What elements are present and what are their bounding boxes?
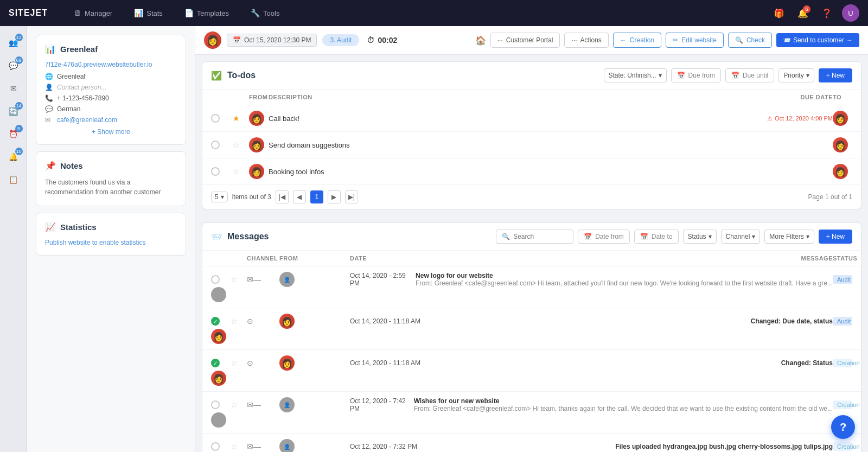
due-from-filter[interactable]: 📅 Due from (671, 68, 721, 82)
nav-manager[interactable]: 🖥 Manager (69, 7, 117, 20)
more-filters-chevron-icon: ▾ (806, 233, 809, 240)
messages-title: Messages (227, 232, 490, 241)
timer-icon: ⏱ (367, 36, 374, 44)
msg-checkbox-1[interactable] (211, 275, 220, 284)
table-row: ✓ ☆ ⊙ 👩 Oct 14, 2020 - 11:18 AM Changed:… (202, 308, 861, 350)
client-url[interactable]: 7f12e-476a0.preview.websitebutler.io (45, 61, 177, 68)
todo-checkbox-1[interactable] (211, 114, 220, 123)
messages-new-btn[interactable]: + New (819, 230, 852, 244)
msg-checkbox-2[interactable]: ✓ (211, 317, 220, 326)
first-page-btn[interactable]: |◀ (276, 190, 289, 203)
stage-badge[interactable]: 3. Audit (322, 34, 359, 46)
sidebar-icon-list[interactable]: 📋 (3, 169, 24, 190)
nav-tools[interactable]: 🔧 Tools (246, 7, 284, 20)
notification-badge: 6 (803, 5, 810, 13)
client-site-name: Greenleaf (57, 73, 86, 80)
statistics-icon: 📈 (45, 222, 56, 232)
sidebar-icon-clock[interactable]: ⏰ 5 (3, 124, 24, 144)
star-icon-3[interactable]: ☆ (233, 167, 249, 176)
msg-star-4[interactable]: ☆ (231, 400, 247, 409)
messages-header: 📨 Messages 🔍 📅 Date from 📅 Date to (202, 223, 861, 251)
timer-value: 00:02 (378, 36, 397, 44)
users-badge: 13 (15, 34, 23, 41)
msg-star-3[interactable]: ☆ (231, 359, 247, 367)
sidebar-icon-sync[interactable]: 🔄 14 (3, 101, 24, 122)
star-icon-2[interactable]: ☆ (233, 141, 249, 149)
next-page-btn[interactable]: ▶ (328, 190, 341, 203)
col-msg-from: FROM (279, 255, 350, 262)
user-avatar-topbar: 👩 (204, 31, 221, 49)
sidebar-icon-chat[interactable]: 💬 69 (3, 55, 24, 76)
status-filter[interactable]: Status ▾ (683, 230, 717, 244)
msg-channel-5: ✉— (247, 442, 279, 451)
messages-section: 📨 Messages 🔍 📅 Date from 📅 Date to (202, 222, 861, 452)
current-page-btn[interactable]: 1 (310, 190, 323, 203)
user-avatar[interactable]: U (842, 4, 859, 22)
gift-button[interactable]: 🎁 (770, 4, 788, 22)
edit-website-btn[interactable]: ✏ Edit website (666, 33, 724, 48)
msg-to-2: 👩 (211, 329, 226, 344)
nav-templates[interactable]: 📄 Templates (180, 7, 233, 20)
msg-from-5: 👤 (279, 439, 295, 452)
search-input-field[interactable] (513, 233, 567, 240)
msg-date-from-filter[interactable]: 📅 Date from (578, 230, 630, 244)
star-icon-1[interactable]: ★ (233, 114, 249, 123)
msg-star-1[interactable]: ☆ (231, 275, 247, 284)
state-filter[interactable]: State: Unfinish... ▾ (604, 68, 667, 82)
todo-checkbox-3[interactable] (211, 167, 220, 176)
client-email-row: ✉ cafe@greenleaf.com (45, 116, 177, 124)
todos-new-btn[interactable]: + New (819, 68, 852, 82)
check-btn[interactable]: 🔍 Check (728, 33, 772, 48)
send-to-customer-btn[interactable]: 📨 Send to customer → (776, 33, 859, 47)
prev-page-btn[interactable]: ◀ (293, 190, 306, 203)
messages-search[interactable]: 🔍 (496, 230, 573, 244)
calendar-until-icon: 📅 (731, 72, 739, 79)
todo-checkbox-2[interactable] (211, 141, 220, 149)
channel-filter[interactable]: Channel ▾ (721, 230, 761, 244)
client-contact-row: 👤 Contact person... (45, 84, 177, 91)
actions-btn[interactable]: ··· Actions (564, 33, 608, 48)
priority-filter[interactable]: Priority ▾ (778, 68, 814, 82)
app-logo: SITEJET (9, 8, 48, 18)
customer-portal-btn[interactable]: ··· Customer Portal (490, 33, 560, 48)
help-fab[interactable]: ? (831, 415, 855, 439)
last-page-btn[interactable]: ▶| (345, 190, 358, 203)
table-row: ☆ 👩 Send domain suggestions 👩 (202, 132, 861, 158)
sidebar-icon-users[interactable]: 👥 13 (3, 33, 24, 53)
todo-desc-2: Send domain suggestions (269, 141, 833, 149)
status-chevron-icon: ▾ (709, 233, 712, 240)
msg-checkbox-4[interactable] (211, 400, 220, 409)
show-more-btn[interactable]: + Show more (45, 128, 177, 136)
statistics-link[interactable]: Publish website to enable statistics (45, 239, 177, 246)
client-email[interactable]: cafe@greenleaf.com (57, 116, 117, 124)
priority-chevron-icon: ▾ (806, 72, 809, 79)
msg-date-to-filter[interactable]: 📅 Date to (634, 230, 679, 244)
table-row: ☆ 👩 Booking tool infos 👩 (202, 158, 861, 185)
action-group: 🏠 ··· Customer Portal ··· Actions ← Crea… (475, 33, 859, 48)
msg-status-3: Creation (833, 359, 852, 367)
help-button[interactable]: ❓ (818, 4, 835, 22)
msg-checkbox-5[interactable] (211, 442, 220, 451)
due-until-filter[interactable]: 📅 Due until (725, 68, 774, 82)
language-icon: 💬 (45, 105, 53, 113)
todos-header: ✅ To-dos State: Unfinish... ▾ 📅 Due from… (202, 62, 861, 90)
search-icon: 🔍 (502, 233, 510, 240)
more-filters[interactable]: More Filters ▾ (764, 230, 814, 244)
msg-checkbox-3[interactable]: ✓ (211, 359, 220, 367)
todos-table-header: FROM DESCRIPTION DUE DATE TO (202, 90, 861, 105)
col-description: DESCRIPTION (269, 94, 801, 100)
msg-cal-from-icon: 📅 (584, 233, 592, 240)
home-icon[interactable]: 🏠 (475, 35, 486, 46)
client-phone-row: 📞 + 1-123-456-7890 (45, 94, 177, 102)
msg-star-5[interactable]: ☆ (231, 442, 247, 451)
sidebar-icon-bell[interactable]: 🔔 10 (3, 147, 24, 167)
msg-star-2[interactable]: ☆ (231, 317, 247, 326)
creation-btn[interactable]: ← Creation (613, 33, 661, 48)
msg-status-2: Audit (833, 317, 852, 326)
page-size-select[interactable]: 5 ▾ (211, 192, 228, 202)
notifications-button[interactable]: 🔔 6 (794, 4, 812, 22)
check-circle-icon: ✅ (211, 71, 222, 81)
icon-sidebar: 👥 13 💬 69 ✉ 🔄 14 ⏰ 5 🔔 10 📋 (0, 26, 27, 452)
sidebar-icon-mail[interactable]: ✉ (3, 78, 24, 99)
nav-stats[interactable]: 📊 Stats (130, 7, 167, 20)
